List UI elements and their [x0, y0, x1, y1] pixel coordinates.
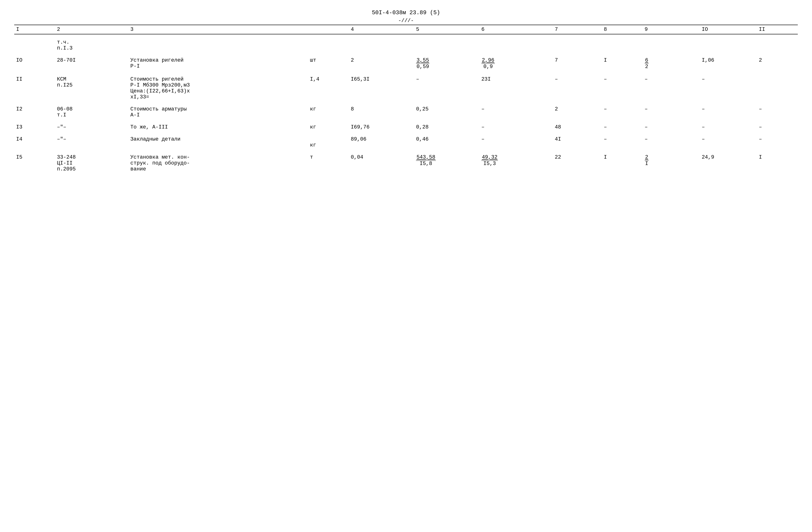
- row-i3-qty: I69,76: [349, 123, 414, 131]
- row-i2-code: 06-08 т.I: [55, 105, 129, 119]
- table-row: II КСМ п.I25 Стоимость ригелейР-I Мб300 …: [14, 75, 798, 101]
- spacer-row: [14, 131, 798, 135]
- col-header-5: 5: [414, 25, 479, 34]
- row-i4-col5: 0,46: [414, 135, 479, 149]
- spacer-row: [14, 101, 798, 105]
- row-i5-code: 33-248 ЦI-II п.2095: [55, 153, 129, 173]
- row-i2-desc: Стоимость арматурыА-I: [129, 105, 308, 119]
- table-row: I4 –"– Закладные детали кг 89,06 0,46 – …: [14, 135, 798, 149]
- row-ii-col8: –: [602, 75, 642, 101]
- row-i2-num: I2: [14, 105, 55, 119]
- row-i3-col6: –: [479, 123, 553, 131]
- row-i5-col6: 49,32 I5,3: [479, 153, 553, 173]
- col-header-1: I: [14, 25, 55, 34]
- row-i2-col6: –: [479, 105, 553, 119]
- row-i5-qty: 0,04: [349, 153, 414, 173]
- row-io-desc: Установка ригелейР-I: [129, 56, 308, 71]
- prelude-col1: [14, 39, 55, 52]
- row-ii-unit: I,4: [308, 75, 349, 101]
- prelude-row: т.ч. п.I.3: [14, 39, 798, 52]
- row-i4-col9: –: [643, 135, 700, 149]
- spacer-row: [14, 52, 798, 56]
- table-row: I5 33-248 ЦI-II п.2095 Установка мет. ко…: [14, 153, 798, 173]
- row-ii-desc: Стоимость ригелейР-I Мб300 Мрз200,м3Цена…: [129, 75, 308, 101]
- row-ii-col10: –: [700, 75, 757, 101]
- row-i5-col7: 22: [553, 153, 602, 173]
- page-marker: -///-: [14, 18, 798, 24]
- row-io-col11: 2: [757, 56, 798, 71]
- row-i3-col10: –: [700, 123, 757, 131]
- row-i5-unit: т: [308, 153, 349, 173]
- row-i3-col5: 0,28: [414, 123, 479, 131]
- row-i4-col8: –: [602, 135, 642, 149]
- row-ii-col5: –: [414, 75, 479, 101]
- col-header-4: 4: [349, 25, 414, 34]
- row-i3-desc: То же, А-III: [129, 123, 308, 131]
- row-i4-qty: 89,06: [349, 135, 414, 149]
- row-i4-num: I4: [14, 135, 55, 149]
- row-i4-col6: –: [479, 135, 553, 149]
- row-ii-col11: [757, 75, 798, 101]
- row-ii-col9: –: [643, 75, 700, 101]
- col-header-10: IO: [700, 25, 757, 34]
- spacer-row: [14, 119, 798, 123]
- row-i2-col9: –: [643, 105, 700, 119]
- table-row: IO 28-70I Установка ригелейР-I шт 2 3,55…: [14, 56, 798, 71]
- col-header-9: 9: [643, 25, 700, 34]
- col-header-8: 8: [602, 25, 642, 34]
- row-ii-num: II: [14, 75, 55, 101]
- row-i3-col9: –: [643, 123, 700, 131]
- row-ii-qty: I65,3I: [349, 75, 414, 101]
- row-i5-col8: I: [602, 153, 642, 173]
- prelude-col2: т.ч. п.I.3: [55, 39, 129, 52]
- row-io-qty: 2: [349, 56, 414, 71]
- row-i4-col7: 4I: [553, 135, 602, 149]
- row-i3-num: I3: [14, 123, 55, 131]
- row-io-col8: I: [602, 56, 642, 71]
- row-i2-col8: –: [602, 105, 642, 119]
- row-ii-col6: 23I: [479, 75, 553, 101]
- col-header-11: II: [757, 25, 798, 34]
- row-io-col7: 7: [553, 56, 602, 71]
- row-i4-col10: –: [700, 135, 757, 149]
- col-header-6: 6: [479, 25, 553, 34]
- col-header-2: 2: [55, 25, 129, 34]
- row-io-col10: I,06: [700, 56, 757, 71]
- row-io-unit: шт: [308, 56, 349, 71]
- row-i2-col7: 2: [553, 105, 602, 119]
- table-header-row: I 2 3 4 5 6 7 8 9 IO II: [14, 25, 798, 34]
- row-i3-code: –"–: [55, 123, 129, 131]
- row-io-col5: 3,55 0,59: [414, 56, 479, 71]
- row-i5-col11: I: [757, 153, 798, 173]
- row-io-code: 28-70I: [55, 56, 129, 71]
- header-title: 50I-4-038м 23.89 (5): [14, 10, 798, 16]
- row-i5-desc: Установка мет. кон-струк. под оборудо-ва…: [129, 153, 308, 173]
- row-ii-col7: –: [553, 75, 602, 101]
- row-i2-qty: 8: [349, 105, 414, 119]
- row-i4-unit: кг: [308, 135, 349, 149]
- row-i4-col11: –: [757, 135, 798, 149]
- row-i5-num: I5: [14, 153, 55, 173]
- spacer-row: [14, 34, 798, 39]
- row-i2-col10: –: [700, 105, 757, 119]
- row-i2-unit: кг: [308, 105, 349, 119]
- row-i5-col10: 24,9: [700, 153, 757, 173]
- col-header-7: 7: [553, 25, 602, 34]
- prelude-rest: [129, 39, 798, 52]
- table-row: I3 –"– То же, А-III кг I69,76 0,28 – 48 …: [14, 123, 798, 131]
- row-ii-code: КСМ п.I25: [55, 75, 129, 101]
- row-i5-col5: 543,58 I5,8: [414, 153, 479, 173]
- row-i3-col7: 48: [553, 123, 602, 131]
- row-i3-col11: –: [757, 123, 798, 131]
- row-i3-unit: кг: [308, 123, 349, 131]
- row-i4-code: –"–: [55, 135, 129, 149]
- row-io-col9: 6 2: [643, 56, 700, 71]
- spacer-row: [14, 71, 798, 75]
- col-header-3: 3: [129, 25, 349, 34]
- spacer-row: [14, 149, 798, 153]
- row-i2-col11: –: [757, 105, 798, 119]
- row-io-col6: 2,96 0,9: [479, 56, 553, 71]
- row-i4-desc: Закладные детали: [129, 135, 308, 149]
- row-i5-col9: 2 I: [643, 153, 700, 173]
- row-i3-col8: –: [602, 123, 642, 131]
